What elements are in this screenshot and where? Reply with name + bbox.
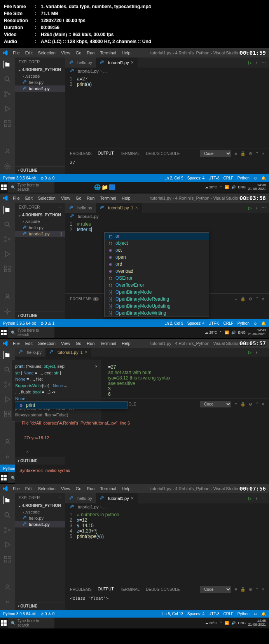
project-folder[interactable]: ⌄4.ROHINI'S_PYTHON <box>15 66 65 73</box>
code-editor[interactable]: 1# numbers in python 2x=12 3y=14.15 4z=1… <box>65 510 269 584</box>
menu-help[interactable]: Help <box>119 50 133 55</box>
clear-icon[interactable]: ⊘ <box>249 151 252 156</box>
tab-tutorial1[interactable]: tutorial1.py× <box>96 57 138 68</box>
search-icon[interactable] <box>3 75 11 83</box>
debug-console-tab[interactable]: DEBUG CONSOLE <box>146 150 180 157</box>
taskbar-app-icon[interactable]: 📁 <box>101 184 108 190</box>
windows-start-icon[interactable] <box>1 329 7 336</box>
menu-edit[interactable]: Edit <box>23 50 35 55</box>
more-icon[interactable]: ⋯ <box>58 60 61 64</box>
taskbar-search[interactable]: 🔍 Type here to search <box>8 182 54 193</box>
account-icon[interactable] <box>3 438 11 446</box>
settings-icon[interactable] <box>3 162 11 170</box>
ac-item-openbinarymode[interactable]: [◦]OpenBinaryMode <box>105 289 209 296</box>
settings-icon[interactable] <box>3 308 11 315</box>
explorer-icon[interactable] <box>3 351 10 359</box>
run-debug-icon[interactable] <box>3 105 11 113</box>
tab-tutorial1[interactable]: tutorial1.py 1× <box>96 203 142 213</box>
windows-start-icon[interactable] <box>1 620 7 626</box>
windows-start-icon[interactable] <box>1 184 7 190</box>
run-debug-icon[interactable] <box>3 541 11 548</box>
menu-terminal[interactable]: Terminal <box>98 50 119 55</box>
status-position[interactable]: Ln 2, Col 9 <box>164 176 183 180</box>
autocomplete-popup[interactable]: ⊕print <box>15 401 128 409</box>
tray-chevron-icon[interactable]: ⌃ <box>219 185 222 189</box>
breadcrumb[interactable]: tutorial1.py›... <box>65 68 269 75</box>
folder-vscode[interactable]: ›.vscode <box>15 218 65 225</box>
explorer-icon[interactable] <box>3 496 10 504</box>
search-icon[interactable] <box>3 366 11 374</box>
source-control-icon[interactable] <box>3 235 11 243</box>
file-hello[interactable]: hello.py <box>15 225 65 231</box>
ac-item-or[interactable]: ▢or <box>105 233 209 240</box>
status-encoding[interactable]: UTF-8 <box>208 176 219 180</box>
file-tutorial1[interactable]: tutorial1.py1 <box>15 231 65 237</box>
taskbar-app-icon[interactable]: 🟦 <box>109 184 115 190</box>
output-select[interactable]: Code <box>200 150 231 157</box>
folder-vscode[interactable]: ›.vscode <box>15 73 65 79</box>
menu-run[interactable]: Run <box>84 50 97 55</box>
ac-item-open[interactable]: ⊕open <box>105 254 209 261</box>
status-eol[interactable]: CRLF <box>224 176 234 180</box>
output-tab[interactable]: OUTPUT <box>98 150 114 157</box>
explorer-icon[interactable] <box>3 206 10 214</box>
source-control-icon[interactable] <box>3 381 11 388</box>
outline-section[interactable]: ›OUTLINE <box>15 166 65 174</box>
run-debug-icon[interactable] <box>3 395 11 403</box>
run-debug-icon[interactable] <box>3 250 11 258</box>
close-icon[interactable]: × <box>95 363 98 370</box>
explorer-icon[interactable] <box>3 61 10 68</box>
extensions-icon[interactable] <box>3 120 11 127</box>
tab-hello[interactable]: hello.py <box>65 57 96 68</box>
settings-icon[interactable] <box>3 453 11 461</box>
status-python[interactable]: Python 3.9.5 64-bit <box>3 176 36 180</box>
ac-item-overload[interactable]: ⊕overload <box>105 268 209 275</box>
terminal-tab[interactable]: TERMINAL <box>120 150 140 157</box>
windows-start-icon[interactable] <box>1 475 7 481</box>
source-control-icon[interactable] <box>3 90 11 98</box>
menu-view[interactable]: View <box>58 50 73 55</box>
ac-item-openbinarymodeupdating[interactable]: [◦]OpenBinaryModeUpdating <box>105 303 209 310</box>
status-spaces[interactable]: Spaces: 4 <box>187 176 204 180</box>
ac-item-oct[interactable]: ⊕oct <box>105 247 209 254</box>
ac-item-overflowerror[interactable]: ⬡OverflowError <box>105 282 209 289</box>
run-icon[interactable]: ▷ <box>248 60 252 65</box>
search-icon[interactable] <box>3 221 11 228</box>
ac-item-openbinarymodewriting[interactable]: [◦]OpenBinaryModeWriting <box>105 310 209 317</box>
account-icon[interactable] <box>3 293 11 301</box>
taskbar-app-icon[interactable]: 🌐 <box>94 184 101 190</box>
source-control-icon[interactable] <box>3 526 11 534</box>
tray-clock[interactable]: 14:3821-06-2021 <box>248 183 266 191</box>
problems-tab[interactable]: PROBLEMS <box>70 150 92 157</box>
code-editor[interactable]: 1a=27 2print(a) <box>65 75 269 148</box>
tray-volume-icon[interactable]: 🔊 <box>231 185 236 189</box>
run-icon[interactable]: ▷ <box>248 205 252 211</box>
account-icon[interactable] <box>3 583 11 591</box>
menu-selection[interactable]: Selection <box>35 50 58 55</box>
extensions-icon[interactable] <box>3 410 11 418</box>
filter-icon[interactable]: ≡ <box>234 151 237 156</box>
status-problems[interactable]: ⊘ 0 ⚠ 0 <box>40 176 54 180</box>
split-icon[interactable]: ⫞ <box>255 60 258 65</box>
extensions-icon[interactable] <box>3 265 11 273</box>
file-hello[interactable]: hello.py <box>15 79 65 85</box>
extensions-icon[interactable] <box>3 555 11 563</box>
status-lang[interactable]: Python <box>238 176 250 180</box>
weather-icon[interactable]: ☁ 28°C <box>205 185 217 189</box>
status-feedback[interactable]: ☺ <box>253 176 257 180</box>
more-icon[interactable]: ⋯ <box>262 60 266 65</box>
ac-item-object[interactable]: ⬡object <box>105 240 209 247</box>
file-tutorial1[interactable]: tutorial1.py <box>15 85 65 92</box>
close-icon[interactable]: × <box>131 60 134 65</box>
status-bell[interactable]: 🔔 <box>261 176 266 180</box>
search-icon[interactable] <box>3 511 11 519</box>
tray-lang[interactable]: ENG <box>238 185 246 189</box>
menu-file[interactable]: File <box>10 50 23 55</box>
menu-go[interactable]: Go <box>73 50 84 55</box>
ac-item-ord[interactable]: ⊕ord <box>105 261 209 268</box>
ac-item-openbinarymodereading[interactable]: [◦]OpenBinaryModeReading <box>105 296 209 303</box>
code-editor[interactable]: 1# rules 2letter o ▢or ⬡object ⊕oct ⊕ope… <box>65 220 269 293</box>
close-icon[interactable]: × <box>262 151 264 156</box>
account-icon[interactable] <box>3 148 11 155</box>
autocomplete-popup[interactable]: ▢or ⬡object ⊕oct ⊕open ⊕ord ⊕overload ⬡O… <box>104 232 209 317</box>
